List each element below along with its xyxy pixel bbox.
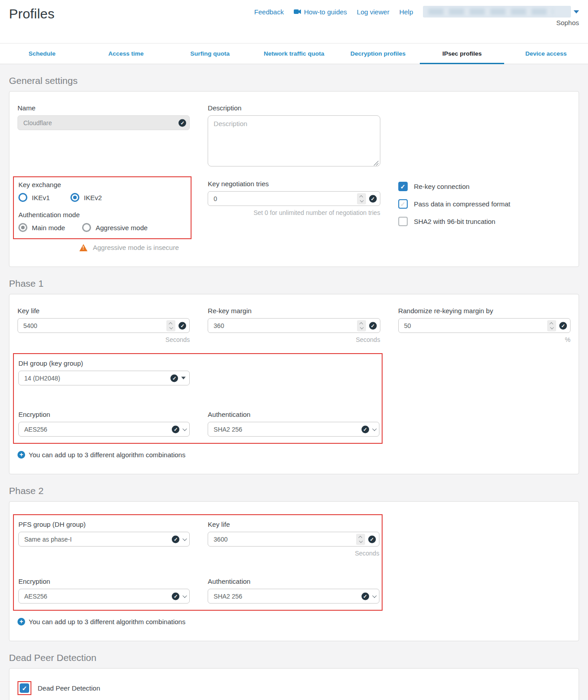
p1-rekey-margin-label: Re-key margin (208, 307, 380, 315)
tab-bar: Schedule Access time Surfing quota Netwo… (0, 43, 588, 64)
p1-key-life-field: Key life Seconds (17, 307, 190, 343)
p1-dh-group-select[interactable]: 14 (DH2048) (18, 371, 190, 385)
p1-authentication-icons (362, 425, 375, 433)
name-icons (179, 119, 186, 127)
phase2-card: PFS group (DH group) Same as phase-I Key… (9, 501, 579, 641)
p2-authentication-icons (362, 592, 375, 600)
check-circle-icon (559, 322, 567, 329)
aggressive-warning-row: Aggressive mode is insecure (79, 244, 190, 251)
p1-dh-group-value: 14 (DH2048) (24, 375, 60, 382)
sha2-truncation-checkbox[interactable] (398, 217, 408, 226)
chevron-down-icon (183, 426, 187, 431)
rekey-connection-row: Re-key connection (398, 182, 571, 191)
name-label: Name (17, 104, 190, 112)
header-links: Feedback How-to guides Log viewer Help (254, 6, 579, 18)
feedback-link[interactable]: Feedback (254, 8, 284, 16)
account-selector[interactable] (423, 6, 579, 18)
p1-encryption-select[interactable]: AES256 (18, 422, 190, 437)
main-mode-radio[interactable] (18, 223, 27, 232)
p1-rekey-margin-icons (357, 320, 377, 331)
p1-key-life-unit: Seconds (17, 336, 190, 343)
check-circle-icon (172, 425, 179, 433)
p2-key-life-label: Key life (208, 521, 379, 528)
p2-algorithms-annotation-box: PFS group (DH group) Same as phase-I Key… (13, 514, 383, 611)
description-field: Description (208, 104, 380, 168)
compressed-format-checkbox[interactable] (398, 199, 408, 209)
p2-add-note-text: You can add up to 3 different algorithm … (29, 618, 185, 626)
ikev2-label: IKEv2 (84, 194, 102, 201)
howto-guides-label: How-to guides (304, 8, 347, 16)
p2-pfs-value: Same as phase-I (24, 536, 72, 543)
p1-randomize-input[interactable] (398, 318, 571, 333)
p1-algorithms-annotation-box: DH group (key group) 14 (DH2048) (13, 353, 383, 444)
key-negotiation-input-wrap (208, 191, 380, 206)
tab-surfing-quota[interactable]: Surfing quota (168, 44, 252, 64)
p2-authentication-value: SHA2 256 (213, 593, 242, 600)
ikev2-radio[interactable] (70, 193, 79, 202)
key-negotiation-input[interactable] (208, 191, 380, 206)
ikev1-radio[interactable] (18, 193, 27, 202)
p1-authentication-value: SHA2 256 (213, 426, 242, 433)
dpd-toggle-row: Dead Peer Detection (17, 681, 571, 695)
rekey-connection-checkbox[interactable] (398, 182, 408, 191)
general-settings-card: Name Description (9, 91, 579, 267)
description-textarea[interactable] (208, 115, 380, 166)
check-circle-icon (179, 322, 186, 329)
p1-randomize-icons (547, 320, 567, 331)
chevron-down-icon (183, 593, 187, 598)
tab-network-traffic-quota[interactable]: Network traffic quota (252, 44, 336, 64)
compressed-format-row: Pass data in compressed format (398, 199, 571, 209)
stepper-icon[interactable] (357, 320, 366, 331)
p1-authentication-label: Authentication (208, 411, 379, 418)
ikev1-label: IKEv1 (32, 194, 50, 201)
auth-mode-radios: Main mode Aggressive mode (18, 223, 186, 232)
p1-authentication-select[interactable]: SHA2 256 (208, 422, 379, 437)
caret-down-icon (181, 377, 186, 380)
key-negotiation-help: Set 0 for unlimited number of negotiatio… (208, 209, 380, 216)
rekey-connection-label: Re-key connection (414, 183, 470, 190)
caret-down-icon (574, 10, 579, 13)
name-input-wrap (17, 115, 190, 130)
chevron-down-icon (183, 536, 187, 541)
howto-guides-link[interactable]: How-to guides (294, 8, 347, 16)
p1-key-life-input[interactable] (17, 318, 190, 333)
p2-encryption-icons (172, 592, 186, 600)
p2-pfs-field: PFS group (DH group) Same as phase-I (18, 521, 190, 557)
p2-authentication-select[interactable]: SHA2 256 (208, 589, 379, 604)
stepper-icon[interactable] (166, 320, 175, 331)
p2-key-life-input[interactable] (208, 532, 379, 547)
check-circle-icon (170, 374, 178, 382)
stepper-icon[interactable] (357, 193, 366, 204)
p1-encryption-label: Encryption (18, 411, 190, 418)
p2-authentication-label: Authentication (208, 578, 379, 585)
check-circle-icon (369, 195, 377, 202)
p1-add-note-text: You can add up to 3 different algorithm … (29, 451, 185, 459)
brand-label: Sophos (556, 19, 579, 26)
description-input-wrap (208, 115, 380, 168)
stepper-icon[interactable] (356, 534, 365, 545)
stepper-icon[interactable] (547, 320, 556, 331)
name-input[interactable] (17, 115, 190, 130)
add-icon[interactable] (17, 451, 25, 459)
p2-encryption-select[interactable]: AES256 (18, 589, 190, 604)
dpd-checkbox[interactable] (20, 683, 29, 693)
aggressive-mode-radio[interactable] (82, 223, 91, 232)
tab-device-access[interactable]: Device access (504, 44, 588, 64)
dpd-toggle-label: Dead Peer Detection (38, 684, 100, 692)
add-icon[interactable] (17, 618, 25, 626)
key-exchange-label: Key exchange (18, 181, 186, 188)
p2-pfs-select[interactable]: Same as phase-I (18, 532, 190, 547)
p1-rekey-margin-input[interactable] (208, 318, 380, 333)
key-negotiation-field: Key negotiation tries Set 0 for unlimite… (208, 180, 380, 251)
key-exchange-radios: IKEv1 IKEv2 (18, 193, 186, 202)
tab-ipsec-profiles[interactable]: IPsec profiles (420, 44, 504, 64)
tab-schedule[interactable]: Schedule (0, 44, 84, 64)
tab-access-time[interactable]: Access time (84, 44, 168, 64)
general-settings-heading: General settings (9, 75, 579, 86)
tab-decryption-profiles[interactable]: Decryption profiles (336, 44, 420, 64)
p2-pfs-icons (172, 535, 186, 543)
p2-add-note: You can add up to 3 different algorithm … (17, 618, 571, 626)
log-viewer-link[interactable]: Log viewer (357, 8, 390, 16)
help-link[interactable]: Help (399, 8, 413, 16)
check-circle-icon (368, 535, 376, 543)
